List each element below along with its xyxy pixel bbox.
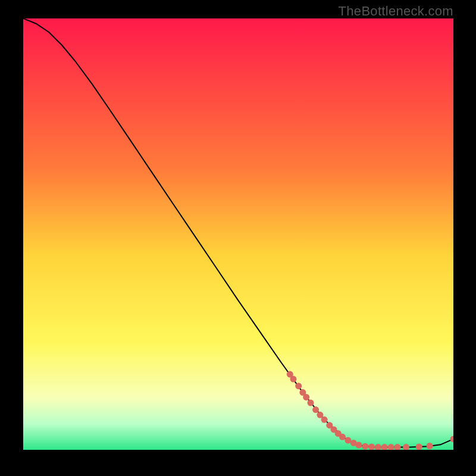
data-marker	[362, 443, 368, 450]
data-marker	[345, 437, 351, 444]
plot-background	[23, 18, 453, 450]
data-marker	[368, 443, 375, 450]
bottleneck-chart	[23, 18, 453, 450]
data-marker	[339, 434, 346, 440]
data-marker	[321, 416, 328, 423]
data-marker	[427, 443, 433, 449]
data-marker	[312, 406, 319, 413]
data-marker	[355, 442, 362, 449]
watermark: TheBottleneck.com	[339, 4, 453, 19]
data-marker	[308, 400, 314, 406]
data-marker	[290, 376, 297, 383]
chart-canvas	[23, 18, 453, 450]
data-marker	[416, 443, 422, 450]
data-marker	[303, 394, 309, 400]
data-marker	[295, 383, 302, 389]
